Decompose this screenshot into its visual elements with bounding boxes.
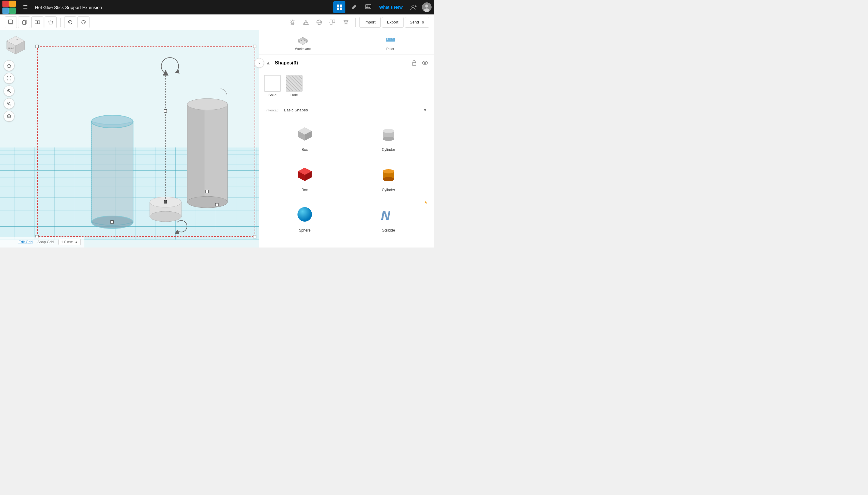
svg-point-106 <box>383 169 394 173</box>
svg-rect-0 <box>337 4 339 7</box>
lock-shapes-button[interactable] <box>410 59 418 67</box>
hole-label: Hole <box>291 93 298 97</box>
shapes-collapse-arrow[interactable]: ▲ <box>264 59 273 67</box>
svg-point-16 <box>292 20 294 23</box>
shape-item-box-grey[interactable]: Box <box>264 118 345 156</box>
snap-value: 1.0 mm <box>61 240 73 244</box>
light-button[interactable] <box>286 16 299 28</box>
svg-point-6 <box>412 5 414 7</box>
svg-rect-2 <box>337 7 339 10</box>
hole-type-button[interactable]: Hole <box>286 75 302 97</box>
toolbar-separator <box>60 18 61 27</box>
handle-tl[interactable] <box>36 45 38 48</box>
add-user-button[interactable] <box>408 1 420 13</box>
export-button[interactable]: Export <box>382 17 404 28</box>
undo-button[interactable] <box>64 16 76 28</box>
scribble-icon: N N <box>376 202 400 226</box>
star-badge: ★ <box>424 200 428 205</box>
import-button[interactable]: Import <box>359 17 381 28</box>
svg-point-77 <box>187 196 228 208</box>
logo-n <box>2 7 9 14</box>
fit-view-button[interactable] <box>4 73 15 84</box>
svg-point-76 <box>187 99 228 110</box>
shape-label-box-grey: Box <box>302 148 308 152</box>
edit-grid-link[interactable]: Edit Grid <box>18 240 33 244</box>
handle-tr[interactable] <box>253 45 256 48</box>
height-handle-top[interactable] <box>163 70 168 75</box>
shape-item-roof-green[interactable]: Roof <box>264 239 345 248</box>
handle-br[interactable] <box>253 235 256 238</box>
height-handle-box[interactable] <box>164 109 167 113</box>
svg-rect-12 <box>22 21 26 24</box>
gallery-button[interactable] <box>362 1 374 13</box>
viewport[interactable]: TOP FRONT <box>0 30 259 248</box>
delete-button[interactable] <box>45 16 57 28</box>
handle-cyl2-mid[interactable] <box>206 190 209 193</box>
menu-icon[interactable]: ☰ <box>19 1 31 13</box>
view-cube[interactable]: TOP FRONT <box>4 34 28 58</box>
svg-point-91 <box>424 62 426 64</box>
layers-button[interactable] <box>4 111 15 122</box>
handle-small-cyl-top[interactable] <box>164 200 167 203</box>
shapes-header: › ▲ Shapes(3) <box>259 54 434 71</box>
whats-new-button[interactable]: What's New <box>377 4 405 11</box>
flip-button[interactable] <box>340 16 352 28</box>
shape-item-sphere-blue[interactable]: Sphere <box>264 199 345 236</box>
hole-preview <box>286 75 302 92</box>
redo-button[interactable] <box>78 16 89 28</box>
align-button[interactable] <box>326 16 339 28</box>
shape-item-cylinder-grey[interactable]: Cylinder <box>348 118 429 156</box>
svg-point-107 <box>383 177 394 181</box>
main-content: TOP FRONT <box>0 30 434 248</box>
shapes-library: Tinkercad Basic Shapes ▾ <box>259 101 434 248</box>
zoom-out-button[interactable] <box>4 98 15 109</box>
shape-label-cylinder-grey: Cylinder <box>382 148 395 152</box>
shape-item-scribble[interactable]: ★ N N Scribble <box>348 199 429 236</box>
solid-preview <box>264 75 281 92</box>
handle-cyl1-bottom[interactable] <box>111 220 114 223</box>
collapse-button[interactable]: › <box>255 58 264 68</box>
workplane-button[interactable]: Workplane <box>259 30 347 54</box>
shapes-selector: Tinkercad Basic Shapes ▾ <box>262 104 431 115</box>
cylinder-orange-icon <box>376 162 400 186</box>
roof-green-icon <box>293 243 317 248</box>
avatar[interactable] <box>422 2 431 12</box>
svg-line-36 <box>10 104 11 105</box>
ortho-button[interactable] <box>313 16 325 28</box>
view-cube-container: TOP FRONT <box>4 34 28 59</box>
svg-rect-3 <box>340 7 342 10</box>
perspective-button[interactable] <box>300 16 312 28</box>
top-navigation: ☰ Hot Glue Stick Support Extension What'… <box>0 0 434 15</box>
cylinder-left[interactable] <box>92 115 133 228</box>
handle-cyl2-bottom[interactable] <box>215 203 218 206</box>
toolbar: Import Export Send To <box>0 15 434 30</box>
mirror-button[interactable] <box>31 16 44 28</box>
shape-item-cone-purple[interactable]: Cone <box>348 239 429 248</box>
shape-item-box-red[interactable]: Box <box>264 158 345 196</box>
bottom-bar: Edit Grid Snap Grid 1.0 mm ▲ <box>0 237 84 248</box>
snap-value-button[interactable]: 1.0 mm ▲ <box>59 239 81 245</box>
shapes-category-label: Basic Shapes <box>284 108 308 112</box>
shapes-category-dropdown[interactable]: Basic Shapes ▾ <box>281 106 429 114</box>
shape-type-row: Solid Hole <box>259 71 434 101</box>
right-panel: Workplane Ruler › ▲ <box>259 30 434 248</box>
send-to-button[interactable]: Send To <box>405 17 429 28</box>
svg-rect-11 <box>9 20 12 23</box>
view-controls: Import Export Send To <box>286 16 429 28</box>
ruler-label: Ruler <box>387 47 394 51</box>
3d-scene <box>0 30 259 248</box>
home-view-button[interactable] <box>4 60 15 71</box>
svg-rect-13 <box>35 21 37 24</box>
ruler-button[interactable]: Ruler <box>347 30 434 54</box>
visibility-shapes-button[interactable] <box>421 59 429 67</box>
solid-type-button[interactable]: Solid <box>264 75 281 97</box>
duplicate-button[interactable] <box>5 16 17 28</box>
shape-item-cylinder-orange[interactable]: Cylinder <box>348 158 429 196</box>
zoom-in-button[interactable] <box>4 86 15 96</box>
shape-label-sphere: Sphere <box>299 228 311 233</box>
grid-view-button[interactable] <box>333 1 345 13</box>
copy-button[interactable] <box>18 16 30 28</box>
build-button[interactable] <box>348 1 360 13</box>
cone-purple-icon <box>376 243 400 248</box>
tinkercad-logo <box>2 1 16 14</box>
